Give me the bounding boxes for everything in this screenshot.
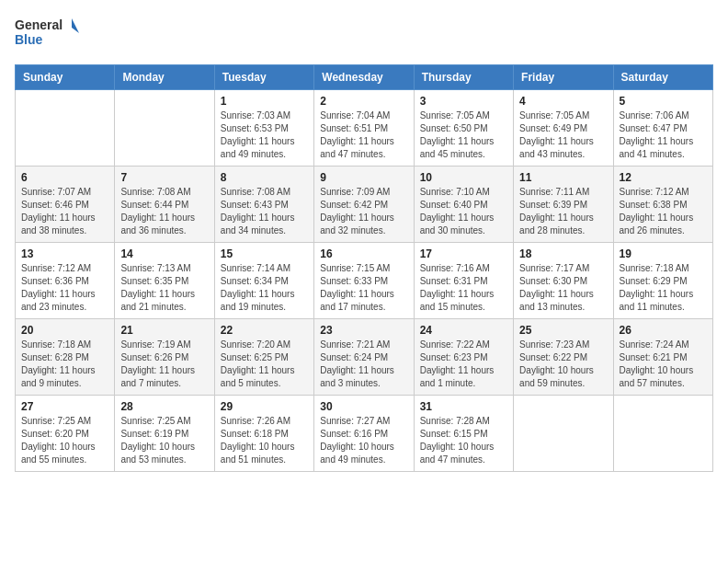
calendar-cell: 10Sunrise: 7:10 AM Sunset: 6:40 PM Dayli… — [414, 167, 513, 243]
calendar-cell — [613, 396, 712, 472]
day-number: 17 — [420, 247, 507, 260]
calendar-cell: 28Sunrise: 7:25 AM Sunset: 6:19 PM Dayli… — [115, 396, 214, 472]
dow-header-tuesday: Tuesday — [214, 65, 313, 90]
day-number: 23 — [320, 324, 407, 337]
day-info: Sunrise: 7:18 AM Sunset: 6:29 PM Dayligh… — [620, 262, 707, 314]
calendar-week-5: 27Sunrise: 7:25 AM Sunset: 6:20 PM Dayli… — [16, 396, 713, 472]
day-number: 11 — [519, 171, 607, 184]
day-number: 3 — [420, 95, 507, 108]
day-info: Sunrise: 7:08 AM Sunset: 6:44 PM Dayligh… — [120, 186, 208, 237]
day-info: Sunrise: 7:25 AM Sunset: 6:19 PM Dayligh… — [120, 415, 208, 466]
calendar-cell: 18Sunrise: 7:17 AM Sunset: 6:30 PM Dayli… — [514, 243, 613, 319]
calendar-cell — [16, 90, 115, 167]
day-number: 26 — [620, 324, 707, 337]
day-info: Sunrise: 7:12 AM Sunset: 6:38 PM Dayligh… — [620, 186, 707, 237]
day-info: Sunrise: 7:15 AM Sunset: 6:33 PM Dayligh… — [320, 262, 407, 314]
dow-header-saturday: Saturday — [613, 65, 712, 90]
day-number: 25 — [519, 324, 607, 337]
dow-header-friday: Friday — [514, 65, 613, 90]
day-number: 27 — [21, 400, 108, 413]
logo-svg: General Blue — [15, 15, 79, 55]
calendar-cell: 21Sunrise: 7:19 AM Sunset: 6:26 PM Dayli… — [115, 319, 214, 396]
calendar-cell: 8Sunrise: 7:08 AM Sunset: 6:43 PM Daylig… — [214, 167, 313, 243]
dow-header-thursday: Thursday — [414, 65, 513, 90]
calendar-cell: 15Sunrise: 7:14 AM Sunset: 6:34 PM Dayli… — [214, 243, 313, 319]
day-info: Sunrise: 7:06 AM Sunset: 6:47 PM Dayligh… — [620, 109, 707, 161]
day-number: 20 — [21, 324, 108, 337]
day-info: Sunrise: 7:12 AM Sunset: 6:36 PM Dayligh… — [21, 262, 108, 314]
day-info: Sunrise: 7:24 AM Sunset: 6:21 PM Dayligh… — [620, 339, 707, 390]
calendar-cell: 24Sunrise: 7:22 AM Sunset: 6:23 PM Dayli… — [414, 319, 513, 396]
calendar-cell: 13Sunrise: 7:12 AM Sunset: 6:36 PM Dayli… — [16, 243, 115, 319]
calendar-week-1: 1Sunrise: 7:03 AM Sunset: 6:53 PM Daylig… — [16, 90, 713, 167]
day-info: Sunrise: 7:13 AM Sunset: 6:35 PM Dayligh… — [120, 262, 208, 314]
day-info: Sunrise: 7:10 AM Sunset: 6:40 PM Dayligh… — [420, 186, 507, 237]
day-number: 18 — [519, 247, 607, 260]
dow-header-wednesday: Wednesday — [314, 65, 414, 90]
day-info: Sunrise: 7:16 AM Sunset: 6:31 PM Dayligh… — [420, 262, 507, 314]
calendar-table: SundayMondayTuesdayWednesdayThursdayFrid… — [15, 64, 713, 472]
day-number: 14 — [120, 247, 208, 260]
day-info: Sunrise: 7:14 AM Sunset: 6:34 PM Dayligh… — [221, 262, 308, 314]
calendar-cell: 29Sunrise: 7:26 AM Sunset: 6:18 PM Dayli… — [214, 396, 313, 472]
day-info: Sunrise: 7:05 AM Sunset: 6:49 PM Dayligh… — [519, 109, 607, 161]
day-of-week-header: SundayMondayTuesdayWednesdayThursdayFrid… — [16, 65, 713, 90]
day-number: 12 — [620, 171, 707, 184]
day-number: 28 — [120, 400, 208, 413]
day-number: 10 — [420, 171, 507, 184]
day-info: Sunrise: 7:09 AM Sunset: 6:42 PM Dayligh… — [320, 186, 407, 237]
calendar-cell: 26Sunrise: 7:24 AM Sunset: 6:21 PM Dayli… — [613, 319, 712, 396]
day-info: Sunrise: 7:05 AM Sunset: 6:50 PM Dayligh… — [420, 109, 507, 161]
calendar-cell: 27Sunrise: 7:25 AM Sunset: 6:20 PM Dayli… — [16, 396, 115, 472]
calendar-cell: 9Sunrise: 7:09 AM Sunset: 6:42 PM Daylig… — [314, 167, 414, 243]
day-number: 5 — [620, 95, 707, 108]
calendar-cell: 19Sunrise: 7:18 AM Sunset: 6:29 PM Dayli… — [613, 243, 712, 319]
day-number: 21 — [120, 324, 208, 337]
day-number: 19 — [620, 247, 707, 260]
day-info: Sunrise: 7:23 AM Sunset: 6:22 PM Dayligh… — [519, 339, 607, 390]
calendar-cell: 23Sunrise: 7:21 AM Sunset: 6:24 PM Dayli… — [314, 319, 414, 396]
calendar-cell: 16Sunrise: 7:15 AM Sunset: 6:33 PM Dayli… — [314, 243, 414, 319]
day-info: Sunrise: 7:08 AM Sunset: 6:43 PM Dayligh… — [221, 186, 308, 237]
svg-marker-2 — [72, 18, 79, 33]
calendar-week-3: 13Sunrise: 7:12 AM Sunset: 6:36 PM Dayli… — [16, 243, 713, 319]
day-number: 24 — [420, 324, 507, 337]
calendar-cell: 25Sunrise: 7:23 AM Sunset: 6:22 PM Dayli… — [514, 319, 613, 396]
day-info: Sunrise: 7:26 AM Sunset: 6:18 PM Dayligh… — [221, 415, 308, 466]
logo: General Blue — [15, 15, 79, 55]
dow-header-monday: Monday — [115, 65, 214, 90]
calendar-cell: 7Sunrise: 7:08 AM Sunset: 6:44 PM Daylig… — [115, 167, 214, 243]
day-info: Sunrise: 7:27 AM Sunset: 6:16 PM Dayligh… — [320, 415, 407, 466]
calendar-cell: 2Sunrise: 7:04 AM Sunset: 6:51 PM Daylig… — [314, 90, 414, 167]
day-number: 1 — [221, 95, 308, 108]
calendar-cell — [514, 396, 613, 472]
day-number: 2 — [320, 95, 407, 108]
day-info: Sunrise: 7:03 AM Sunset: 6:53 PM Dayligh… — [221, 109, 308, 161]
day-number: 4 — [519, 95, 607, 108]
calendar-week-4: 20Sunrise: 7:18 AM Sunset: 6:28 PM Dayli… — [16, 319, 713, 396]
calendar-cell: 20Sunrise: 7:18 AM Sunset: 6:28 PM Dayli… — [16, 319, 115, 396]
calendar-cell: 22Sunrise: 7:20 AM Sunset: 6:25 PM Dayli… — [214, 319, 313, 396]
svg-text:General: General — [15, 17, 63, 32]
calendar-body: 1Sunrise: 7:03 AM Sunset: 6:53 PM Daylig… — [16, 90, 713, 472]
page-header: General Blue — [15, 15, 713, 55]
calendar-cell: 14Sunrise: 7:13 AM Sunset: 6:35 PM Dayli… — [115, 243, 214, 319]
day-number: 7 — [120, 171, 208, 184]
day-info: Sunrise: 7:22 AM Sunset: 6:23 PM Dayligh… — [420, 339, 507, 390]
calendar-cell: 30Sunrise: 7:27 AM Sunset: 6:16 PM Dayli… — [314, 396, 414, 472]
day-info: Sunrise: 7:07 AM Sunset: 6:46 PM Dayligh… — [21, 186, 108, 237]
calendar-week-2: 6Sunrise: 7:07 AM Sunset: 6:46 PM Daylig… — [16, 167, 713, 243]
day-number: 8 — [221, 171, 308, 184]
calendar-cell: 1Sunrise: 7:03 AM Sunset: 6:53 PM Daylig… — [214, 90, 313, 167]
calendar-cell — [115, 90, 214, 167]
calendar-cell: 4Sunrise: 7:05 AM Sunset: 6:49 PM Daylig… — [514, 90, 613, 167]
day-number: 22 — [221, 324, 308, 337]
day-info: Sunrise: 7:04 AM Sunset: 6:51 PM Dayligh… — [320, 109, 407, 161]
calendar-cell: 12Sunrise: 7:12 AM Sunset: 6:38 PM Dayli… — [613, 167, 712, 243]
day-info: Sunrise: 7:19 AM Sunset: 6:26 PM Dayligh… — [120, 339, 208, 390]
day-info: Sunrise: 7:18 AM Sunset: 6:28 PM Dayligh… — [21, 339, 108, 390]
day-info: Sunrise: 7:17 AM Sunset: 6:30 PM Dayligh… — [519, 262, 607, 314]
calendar-cell: 11Sunrise: 7:11 AM Sunset: 6:39 PM Dayli… — [514, 167, 613, 243]
calendar-cell: 6Sunrise: 7:07 AM Sunset: 6:46 PM Daylig… — [16, 167, 115, 243]
day-info: Sunrise: 7:25 AM Sunset: 6:20 PM Dayligh… — [21, 415, 108, 466]
